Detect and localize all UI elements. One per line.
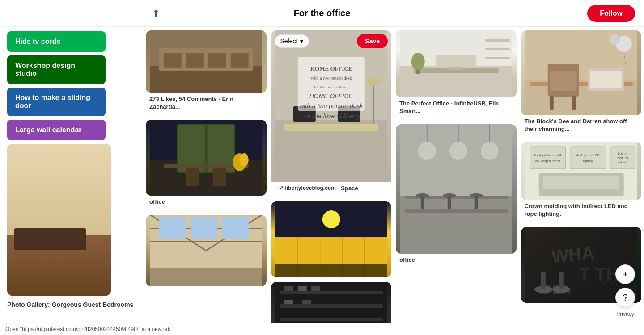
workshop-design-studio-button[interactable]: Workshop design studio bbox=[7, 55, 106, 84]
svg-rect-3 bbox=[164, 53, 182, 68]
svg-rect-14 bbox=[213, 168, 226, 186]
svg-rect-22 bbox=[159, 217, 186, 239]
svg-point-43 bbox=[322, 210, 340, 228]
svg-rect-81 bbox=[475, 196, 478, 209]
pin-caption: The Perfect Office - InfiniteUSB, Flic S… bbox=[396, 97, 517, 120]
svg-rect-4 bbox=[186, 53, 204, 68]
svg-point-94 bbox=[609, 34, 620, 45]
sidebar-image-caption: Photo Gallery: Gorgeous Guest Bedrooms bbox=[7, 299, 138, 308]
svg-rect-6 bbox=[231, 53, 249, 68]
svg-rect-52 bbox=[311, 286, 320, 291]
pin-yellow-building[interactable] bbox=[271, 201, 392, 277]
pin-led-diagram[interactable]: Apply pointers caulk on 2 legs to metal … bbox=[521, 142, 642, 222]
svg-rect-118 bbox=[559, 272, 563, 289]
svg-rect-51 bbox=[297, 286, 306, 291]
svg-rect-5 bbox=[208, 53, 226, 68]
pin-image bbox=[146, 215, 267, 286]
svg-rect-90 bbox=[572, 96, 576, 110]
pin-caption: office bbox=[146, 196, 267, 210]
pin-image bbox=[271, 201, 392, 277]
pin-column-2: Select ▾ Save bbox=[271, 30, 392, 335]
follow-button[interactable]: Follow bbox=[587, 5, 635, 22]
svg-point-70 bbox=[449, 142, 467, 160]
pin-erin-zacharda[interactable]: 273 Likes, 54 Comments - Erin Zacharda..… bbox=[146, 30, 267, 115]
svg-rect-25 bbox=[150, 268, 262, 286]
svg-rect-100 bbox=[570, 147, 606, 169]
svg-point-72 bbox=[481, 142, 499, 160]
svg-rect-67 bbox=[400, 196, 512, 254]
pin-caption: office bbox=[396, 254, 517, 268]
privacy-link[interactable]: Privacy bbox=[616, 311, 634, 317]
svg-rect-92 bbox=[590, 71, 621, 88]
svg-rect-29 bbox=[293, 106, 315, 122]
chevron-down-icon: ▾ bbox=[300, 38, 303, 45]
float-buttons: + ? Privacy bbox=[615, 264, 635, 317]
svg-rect-50 bbox=[284, 286, 293, 291]
large-wall-calendar-button[interactable]: Large wall calendar bbox=[7, 120, 106, 140]
share-icon[interactable]: ⬆ bbox=[152, 8, 160, 20]
svg-point-64 bbox=[411, 53, 425, 71]
svg-point-68 bbox=[418, 142, 436, 160]
svg-rect-89 bbox=[550, 96, 553, 110]
svg-text:cables: cables bbox=[618, 161, 627, 164]
pin-caption: Crown molding with indirect LED and rope… bbox=[521, 200, 642, 222]
svg-text:with a two person desk: with a two person desk bbox=[310, 75, 352, 80]
pin-two-person-desk[interactable]: Select ▾ Save bbox=[271, 30, 392, 197]
svg-text:Lots of: Lots of bbox=[618, 152, 627, 155]
sidebar: Hide tv cords Workshop design studio How… bbox=[0, 27, 143, 335]
board-select-dropdown[interactable]: Select ▾ bbox=[275, 34, 309, 48]
help-button[interactable]: ? bbox=[615, 288, 635, 307]
save-button[interactable]: Save bbox=[357, 34, 388, 48]
pin-perfect-office[interactable]: The Perfect Office - InfiniteUSB, Flic S… bbox=[396, 30, 517, 120]
svg-rect-49 bbox=[280, 318, 382, 321]
pin-caption: The Block's Dee and Darren show off thei… bbox=[521, 115, 642, 138]
pin-wicker-chair[interactable]: The Block's Dee and Darren show off thei… bbox=[521, 30, 642, 138]
svg-rect-23 bbox=[191, 217, 217, 239]
svg-rect-65 bbox=[416, 70, 420, 74]
pin-modern-office[interactable]: office bbox=[396, 124, 517, 268]
svg-text:room for: room for bbox=[616, 156, 628, 159]
svg-rect-54 bbox=[302, 300, 311, 304]
svg-text:for the love of liberty: for the love of liberty bbox=[314, 85, 348, 89]
pin-attic-office[interactable] bbox=[146, 215, 267, 286]
main-container: Hide tv cords Workshop design studio How… bbox=[0, 27, 644, 335]
svg-rect-30 bbox=[338, 106, 360, 122]
svg-rect-44 bbox=[275, 264, 387, 277]
svg-text:Add rope or LED: Add rope or LED bbox=[576, 154, 599, 157]
hide-tv-cords-button[interactable]: Hide tv cords bbox=[7, 31, 106, 52]
how-to-make-sliding-door-button[interactable]: How to make a sliding door bbox=[7, 88, 106, 116]
source-badge: ↗ libertyloveblog.com bbox=[275, 183, 340, 193]
svg-rect-88 bbox=[547, 64, 579, 71]
svg-rect-77 bbox=[421, 196, 424, 209]
svg-rect-24 bbox=[222, 217, 249, 239]
svg-rect-59 bbox=[436, 55, 476, 67]
pin-column-1: 273 Likes, 54 Comments - Erin Zacharda..… bbox=[146, 30, 267, 335]
pin-image bbox=[396, 30, 517, 97]
pin-image: Apply pointers caulk on 2 legs to metal … bbox=[521, 142, 642, 200]
pin-image bbox=[396, 124, 517, 254]
svg-text:Apply pointers caulk: Apply pointers caulk bbox=[534, 154, 562, 157]
svg-rect-87 bbox=[550, 68, 576, 91]
svg-rect-47 bbox=[280, 291, 382, 294]
pin-dark-office[interactable]: office bbox=[146, 120, 267, 210]
pin-image bbox=[146, 120, 267, 196]
header: ⬆ For the office Follow bbox=[0, 0, 644, 27]
page-title: For the office bbox=[294, 8, 351, 18]
svg-point-36 bbox=[367, 77, 380, 86]
svg-rect-79 bbox=[448, 196, 451, 209]
svg-rect-13 bbox=[186, 168, 199, 186]
svg-rect-48 bbox=[280, 304, 382, 308]
sidebar-room-image[interactable] bbox=[7, 144, 111, 296]
svg-rect-28 bbox=[284, 124, 378, 131]
pin-image bbox=[146, 30, 267, 93]
status-url: Open "https://nl.pinterest.com/pin/82050… bbox=[5, 326, 170, 332]
svg-rect-62 bbox=[485, 48, 510, 50]
pin-image bbox=[521, 30, 642, 115]
pin-column-3: The Perfect Office - InfiniteUSB, Flic S… bbox=[396, 30, 517, 335]
svg-rect-97 bbox=[530, 147, 565, 169]
add-button[interactable]: + bbox=[615, 264, 635, 284]
svg-rect-60 bbox=[449, 67, 463, 70]
pin-caption: 273 Likes, 54 Comments - Erin Zacharda..… bbox=[146, 93, 267, 115]
svg-rect-61 bbox=[485, 39, 510, 42]
svg-rect-53 bbox=[284, 300, 293, 304]
